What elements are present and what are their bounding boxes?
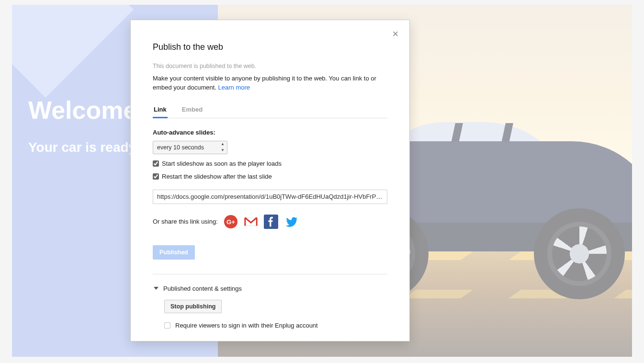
publish-dialog: × Publish to the web This document is pu… bbox=[130, 20, 410, 341]
checkbox-start-input[interactable] bbox=[153, 160, 159, 167]
share-row: Or share this link using: G+ bbox=[153, 215, 387, 229]
dialog-description-text: Make your content visible to anyone by p… bbox=[153, 75, 376, 91]
learn-more-link[interactable]: Learn more bbox=[218, 84, 250, 91]
close-icon[interactable]: × bbox=[390, 29, 401, 39]
auto-advance-label: Auto-advance slides: bbox=[153, 129, 387, 136]
require-signin-row[interactable]: Require viewers to sign in with their En… bbox=[164, 322, 387, 329]
tab-bar: Link Embed bbox=[153, 106, 387, 118]
share-label: Or share this link using: bbox=[153, 218, 218, 225]
section-divider bbox=[153, 274, 387, 274]
twitter-icon[interactable] bbox=[284, 215, 298, 229]
checkbox-restart-input[interactable] bbox=[153, 173, 159, 180]
published-settings-expander[interactable]: Published content & settings bbox=[154, 285, 387, 292]
gmail-icon[interactable] bbox=[244, 215, 258, 229]
checkbox-start-label: Start slideshow as soon as the player lo… bbox=[162, 160, 282, 167]
chevron-down-icon bbox=[154, 287, 158, 290]
auto-advance-select[interactable]: every 10 seconds ▲▼ bbox=[153, 141, 227, 154]
checkbox-restart-slideshow[interactable]: Restart the slideshow after the last sli… bbox=[153, 173, 387, 180]
tab-embed[interactable]: Embed bbox=[181, 106, 203, 118]
expander-label: Published content & settings bbox=[163, 285, 242, 292]
dialog-description: Make your content visible to anyone by p… bbox=[153, 74, 387, 92]
published-button[interactable]: Published bbox=[153, 245, 195, 260]
published-status-note: This document is published to the web. bbox=[153, 63, 387, 69]
require-signin-checkbox[interactable] bbox=[164, 322, 170, 329]
auto-advance-value[interactable]: every 10 seconds bbox=[153, 141, 227, 154]
dialog-title: Publish to the web bbox=[153, 42, 387, 52]
require-signin-label: Require viewers to sign in with their En… bbox=[175, 322, 318, 329]
welcome-subtitle: Your car is ready. bbox=[28, 140, 139, 155]
svg-text:G+: G+ bbox=[226, 218, 235, 225]
welcome-heading: Welcome bbox=[28, 96, 137, 125]
select-stepper-icon[interactable]: ▲▼ bbox=[218, 141, 227, 154]
tab-link[interactable]: Link bbox=[153, 106, 168, 118]
checkbox-start-slideshow[interactable]: Start slideshow as soon as the player lo… bbox=[153, 160, 387, 167]
checkbox-restart-label: Restart the slideshow after the last sli… bbox=[162, 173, 272, 180]
facebook-icon[interactable] bbox=[264, 215, 278, 229]
published-url-input[interactable] bbox=[153, 190, 387, 204]
google-plus-icon[interactable]: G+ bbox=[224, 215, 238, 229]
stop-publishing-button[interactable]: Stop publishing bbox=[164, 300, 222, 313]
